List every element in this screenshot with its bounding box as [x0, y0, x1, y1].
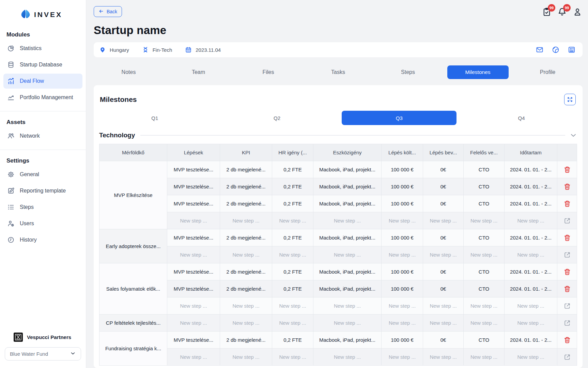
sidebar-item-portfolio-management[interactable]: Portfolio Management [3, 90, 82, 105]
step-cell[interactable]: 100 000 € [382, 332, 423, 349]
quarter-q2[interactable]: Q2 [216, 111, 338, 125]
new-step-cell[interactable]: New step ... [505, 246, 557, 263]
delete-step-button[interactable] [557, 229, 577, 246]
tab-team[interactable]: Team [164, 65, 233, 79]
step-cell[interactable]: 0,2 FTE [272, 195, 313, 212]
step-cell[interactable]: MVP tesztelése... [167, 263, 220, 280]
step-cell[interactable]: 2 db megjelené... [220, 263, 272, 280]
new-step-cell[interactable]: New step ... [167, 212, 220, 229]
new-step-cell[interactable]: New step ... [313, 315, 382, 332]
sidebar-item-startup-database[interactable]: Startup Database [3, 57, 82, 72]
milestone-cell[interactable]: MVP Elkészítése [99, 161, 167, 229]
step-cell[interactable]: 0,2 FTE [272, 263, 313, 280]
milestone-cell[interactable]: CP feltételek tejlesítés... [99, 315, 167, 332]
open-new-step-button[interactable] [557, 349, 577, 366]
step-cell[interactable]: Macbook, iPad, projekt... [313, 332, 382, 349]
step-cell[interactable]: 2024. 01. 01. - 2... [505, 195, 557, 212]
step-cell[interactable]: 2 db megjelené... [220, 280, 272, 297]
website-button[interactable] [552, 46, 560, 54]
quarter-q4[interactable]: Q4 [460, 111, 583, 125]
step-cell[interactable]: 2024. 01. 01. - 2... [505, 229, 557, 246]
step-cell[interactable]: MVP tesztelése... [167, 161, 220, 178]
step-cell[interactable]: CTO [464, 161, 505, 178]
new-step-cell[interactable]: New step ... [505, 297, 557, 315]
new-step-cell[interactable]: New step ... [423, 349, 464, 366]
new-step-cell[interactable]: New step ... [220, 297, 272, 315]
tab-milestones[interactable]: Milestones [447, 65, 509, 79]
step-cell[interactable]: CTO [464, 178, 505, 195]
delete-step-button[interactable] [557, 195, 577, 212]
step-cell[interactable]: 2 db megjelené... [220, 161, 272, 178]
new-step-cell[interactable]: New step ... [423, 246, 464, 263]
notifications-bell-button[interactable]: 99 [557, 7, 567, 17]
new-step-cell[interactable]: New step ... [423, 297, 464, 315]
step-cell[interactable]: 2 db megjelené... [220, 332, 272, 349]
step-cell[interactable]: 0€ [423, 332, 464, 349]
new-step-cell[interactable]: New step ... [423, 315, 464, 332]
new-step-cell[interactable]: New step ... [313, 297, 382, 315]
tab-steps[interactable]: Steps [373, 65, 443, 79]
step-cell[interactable]: CTO [464, 280, 505, 297]
sidebar-item-general[interactable]: General [3, 167, 82, 182]
step-cell[interactable]: 0,2 FTE [272, 229, 313, 246]
profile-button[interactable] [572, 7, 583, 17]
step-cell[interactable]: CTO [464, 332, 505, 349]
milestone-cell[interactable]: Early adopterek össze... [99, 229, 167, 263]
expand-button[interactable] [564, 94, 576, 105]
step-cell[interactable]: 100 000 € [382, 263, 423, 280]
step-cell[interactable]: 100 000 € [382, 178, 423, 195]
step-cell[interactable]: 100 000 € [382, 229, 423, 246]
step-cell[interactable]: MVP tesztelése... [167, 178, 220, 195]
chevron-down-icon[interactable] [569, 131, 577, 139]
new-step-cell[interactable]: New step ... [505, 315, 557, 332]
step-cell[interactable]: 0€ [423, 195, 464, 212]
step-cell[interactable]: MVP tesztelése... [167, 280, 220, 297]
sidebar-item-deal-flow[interactable]: Deal Flow [3, 74, 82, 89]
milestone-cell[interactable]: Sales folyamatok elők... [99, 263, 167, 315]
delete-step-button[interactable] [557, 263, 577, 280]
step-cell[interactable]: CTO [464, 229, 505, 246]
delete-step-button[interactable] [557, 332, 577, 349]
new-step-cell[interactable]: New step ... [382, 349, 423, 366]
back-button[interactable]: Back [94, 6, 122, 17]
step-cell[interactable]: 0,2 FTE [272, 178, 313, 195]
sidebar-item-network[interactable]: Network [3, 128, 82, 143]
quarter-q1[interactable]: Q1 [94, 111, 216, 125]
step-cell[interactable]: 2 db megjelené... [220, 229, 272, 246]
new-step-cell[interactable]: New step ... [313, 246, 382, 263]
news-button[interactable] [568, 46, 576, 54]
step-cell[interactable]: 0€ [423, 229, 464, 246]
new-step-cell[interactable]: New step ... [167, 297, 220, 315]
new-step-cell[interactable]: New step ... [464, 297, 505, 315]
new-step-cell[interactable]: New step ... [382, 315, 423, 332]
open-new-step-button[interactable] [557, 212, 577, 229]
step-cell[interactable]: 2024. 01. 01. - 2... [505, 332, 557, 349]
delete-step-button[interactable] [557, 161, 577, 178]
step-cell[interactable]: 0€ [423, 178, 464, 195]
new-step-cell[interactable]: New step ... [382, 246, 423, 263]
step-cell[interactable]: 0,2 FTE [272, 161, 313, 178]
step-cell[interactable]: Macbook, iPad, projekt... [313, 263, 382, 280]
sidebar-item-users[interactable]: Users [3, 216, 82, 231]
sidebar-item-steps[interactable]: Steps [3, 200, 82, 215]
new-step-cell[interactable]: New step ... [167, 246, 220, 263]
new-step-cell[interactable]: New step ... [382, 297, 423, 315]
new-step-cell[interactable]: New step ... [313, 349, 382, 366]
new-step-cell[interactable]: New step ... [220, 349, 272, 366]
new-step-cell[interactable]: New step ... [272, 349, 313, 366]
fund-select[interactable]: Blue Water Fund [5, 347, 81, 361]
email-button[interactable] [536, 46, 544, 54]
step-cell[interactable]: CTO [464, 263, 505, 280]
new-step-cell[interactable]: New step ... [313, 212, 382, 229]
step-cell[interactable]: Macbook, iPad, projekt... [313, 280, 382, 297]
new-step-cell[interactable]: New step ... [272, 246, 313, 263]
step-cell[interactable]: 100 000 € [382, 161, 423, 178]
tab-files[interactable]: Files [233, 65, 303, 79]
new-step-cell[interactable]: New step ... [505, 349, 557, 366]
new-step-cell[interactable]: New step ... [167, 349, 220, 366]
step-cell[interactable]: 2024. 01. 01. - 2... [505, 263, 557, 280]
step-cell[interactable]: 0,2 FTE [272, 280, 313, 297]
new-step-cell[interactable]: New step ... [382, 212, 423, 229]
quarter-q3[interactable]: Q3 [338, 111, 461, 125]
new-step-cell[interactable]: New step ... [272, 212, 313, 229]
